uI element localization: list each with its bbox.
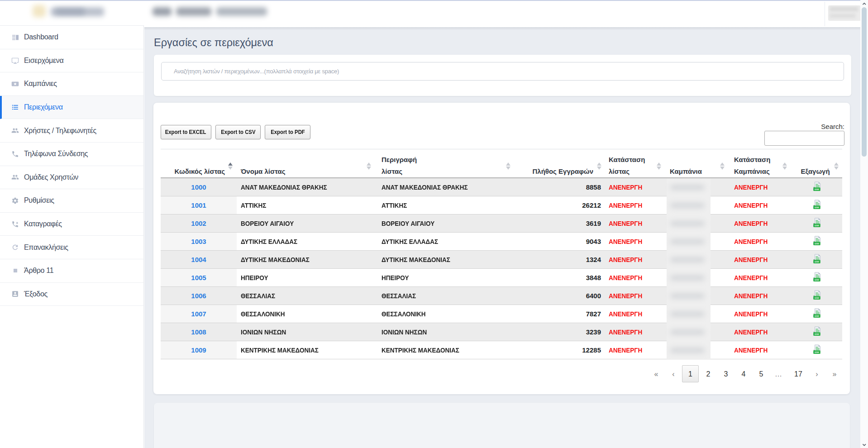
svg-text:csv: csv bbox=[815, 333, 819, 335]
svg-text:csv: csv bbox=[815, 242, 819, 245]
svg-text:csv: csv bbox=[815, 351, 819, 353]
svg-text:csv: csv bbox=[815, 296, 819, 299]
svg-text:csv: csv bbox=[815, 206, 819, 209]
svg-text:csv: csv bbox=[815, 278, 819, 281]
svg-text:csv: csv bbox=[815, 260, 819, 263]
svg-text:csv: csv bbox=[815, 224, 819, 227]
svg-text:csv: csv bbox=[815, 188, 819, 191]
svg-text:csv: csv bbox=[815, 315, 819, 317]
